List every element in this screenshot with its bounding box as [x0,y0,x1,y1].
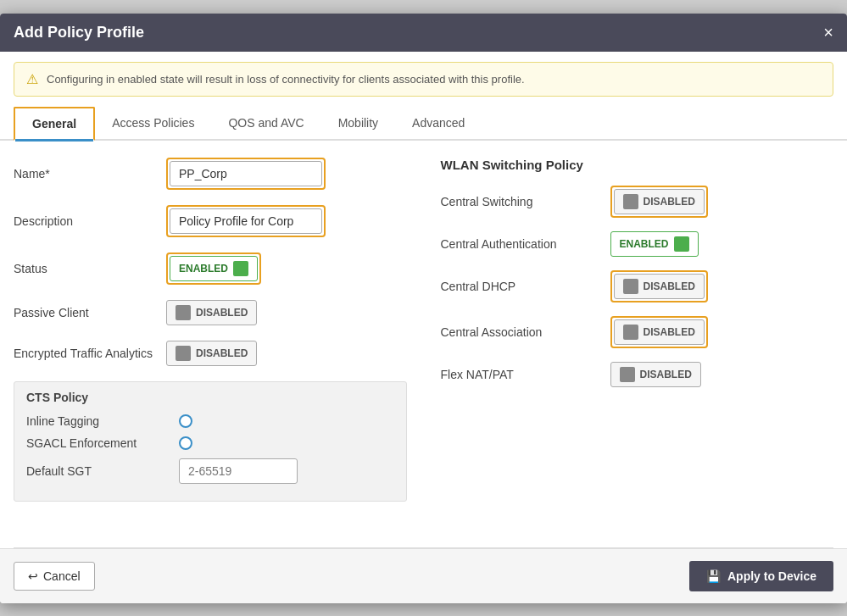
description-label: Description [14,214,166,228]
tab-qos-avc[interactable]: QOS and AVC [211,107,320,139]
central-auth-row: Central Authentication ENABLED [441,231,834,257]
inline-tagging-label: Inline Tagging [26,414,179,428]
tab-bar: General Access Policies QOS and AVC Mobi… [0,107,847,141]
description-row: Description [14,205,407,237]
tab-general[interactable]: General [14,107,95,141]
central-dhcp-square [623,279,638,294]
tab-advanced[interactable]: Advanced [395,107,482,139]
warning-message: Configuring in enabled state will result… [47,73,525,86]
flex-nat-square [620,367,635,382]
status-label: Status [14,262,166,275]
encrypted-traffic-square [176,346,191,361]
warning-banner: ⚠ Configuring in enabled state will resu… [14,62,833,97]
status-toggle[interactable]: ENABLED [170,256,258,281]
central-assoc-row: Central Association DISABLED [441,316,834,348]
central-switching-label: Central Switching [441,195,610,208]
central-assoc-highlight: DISABLED [610,316,708,348]
flex-nat-row: Flex NAT/PAT DISABLED [441,362,834,387]
encrypted-traffic-toggle[interactable]: DISABLED [166,341,257,366]
cts-title: CTS Policy [26,391,394,404]
central-switching-toggle[interactable]: DISABLED [614,189,705,214]
central-switching-highlight: DISABLED [610,186,708,218]
right-section: WLAN Switching Policy Central Switching … [441,158,834,530]
default-sgt-row: Default SGT [26,458,394,484]
central-auth-label: Central Authentication [441,237,610,251]
inline-tagging-row: Inline Tagging [26,414,394,428]
central-dhcp-toggle[interactable]: DISABLED [614,274,705,299]
central-dhcp-label: Central DHCP [441,280,610,293]
central-auth-toggle-label: ENABLED [620,238,669,250]
passive-client-square [176,305,191,320]
description-highlight-box [166,205,326,237]
sgacl-radio[interactable] [179,436,192,450]
encrypted-traffic-label: Encrypted Traffic Analytics [14,347,166,360]
central-assoc-toggle[interactable]: DISABLED [614,319,705,345]
sgacl-label: SGACL Enforcement [26,436,179,450]
central-switching-row: Central Switching DISABLED [441,186,834,218]
floppy-icon: 💾 [706,569,721,583]
default-sgt-label: Default SGT [26,464,179,478]
undo-icon: ↩ [28,569,38,583]
left-section: Name* Description Status [14,158,407,530]
central-dhcp-row: Central DHCP DISABLED [441,270,834,302]
central-assoc-toggle-label: DISABLED [644,326,695,338]
passive-client-toggle-label: DISABLED [196,307,248,319]
apply-to-device-button[interactable]: 💾 Apply to Device [689,561,833,591]
inline-tagging-radio[interactable] [179,414,192,428]
warning-icon: ⚠ [26,71,38,87]
tab-mobility[interactable]: Mobility [321,107,395,139]
central-assoc-square [623,325,638,340]
modal-header: Add Policy Profile × [0,14,847,52]
wlan-title: WLAN Switching Policy [441,158,834,172]
status-row: Status ENABLED [14,253,407,285]
default-sgt-input[interactable] [179,458,298,484]
tab-access-policies[interactable]: Access Policies [95,107,211,139]
modal-footer: ↩ Cancel 💾 Apply to Device [0,548,847,603]
flex-nat-toggle[interactable]: DISABLED [610,362,701,387]
description-control [166,205,407,237]
central-auth-toggle[interactable]: ENABLED [610,231,699,257]
status-toggle-square [233,261,248,276]
add-policy-profile-modal: Add Policy Profile × ⚠ Configuring in en… [0,14,847,603]
modal-body: Name* Description Status [0,141,847,547]
central-dhcp-toggle-label: DISABLED [644,280,695,292]
status-toggle-label: ENABLED [179,263,228,275]
encrypted-traffic-toggle-label: DISABLED [196,347,248,359]
description-input[interactable] [170,208,322,234]
name-control [166,158,407,190]
name-input[interactable] [170,161,322,186]
passive-client-toggle[interactable]: DISABLED [166,300,257,325]
passive-client-control: DISABLED [166,300,407,325]
modal-title: Add Policy Profile [14,24,144,42]
sgacl-row: SGACL Enforcement [26,436,394,450]
status-control: ENABLED [166,253,407,285]
passive-client-row: Passive Client DISABLED [14,300,407,325]
cancel-button[interactable]: ↩ Cancel [14,562,95,591]
encrypted-traffic-control: DISABLED [166,341,407,366]
cancel-label: Cancel [43,569,81,583]
central-switching-square [623,194,638,209]
name-highlight-box [166,158,326,190]
apply-label: Apply to Device [727,569,816,583]
name-label: Name* [14,167,166,180]
central-dhcp-highlight: DISABLED [610,270,708,302]
close-button[interactable]: × [823,24,833,41]
name-row: Name* [14,158,407,190]
flex-nat-toggle-label: DISABLED [640,369,692,380]
status-highlight-box: ENABLED [166,253,261,285]
central-assoc-label: Central Association [441,325,610,339]
flex-nat-label: Flex NAT/PAT [441,368,610,381]
encrypted-traffic-row: Encrypted Traffic Analytics DISABLED [14,341,407,366]
cts-policy-section: CTS Policy Inline Tagging SGACL Enforcem… [14,381,407,502]
passive-client-label: Passive Client [14,306,166,319]
central-switching-toggle-label: DISABLED [644,196,695,208]
central-auth-square [674,236,689,252]
